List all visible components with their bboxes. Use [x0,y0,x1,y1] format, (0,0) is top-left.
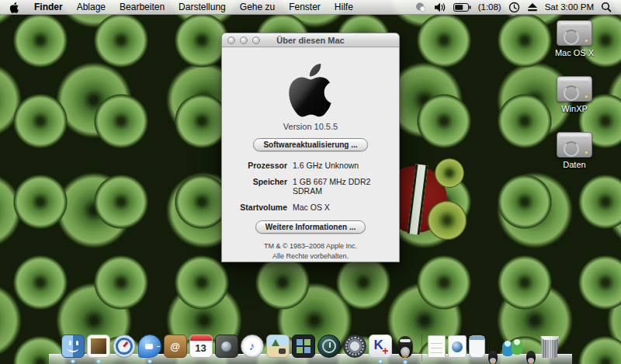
menu-clock[interactable]: Sat 3:00 PM [545,2,594,12]
copyright-line2: Alle Rechte vorbehalten. [264,251,357,262]
preview-dock-icon[interactable] [87,335,110,358]
spotlight-icon[interactable] [601,2,612,12]
drive-label: Daten [544,160,605,169]
processor-label: Prozessor [222,161,287,170]
running-indicator [96,359,101,363]
running-indicator [403,360,408,364]
anemone-bulb [419,192,475,248]
itunes-dock-icon[interactable]: ♪ [241,335,264,358]
finder-dock-icon[interactable] [61,335,85,358]
apple-menu[interactable] [0,0,27,14]
text-document-dock-icon[interactable] [428,335,446,358]
app-menus: FinderAblageBearbeitenDarstellungGehe zu… [27,0,360,14]
spaces-dock-icon[interactable] [292,335,315,358]
os-version-label: Version 10.5.5 [283,122,338,131]
utility-document-dock-icon[interactable] [448,335,467,358]
software-update-button[interactable]: Softwareaktualisierung ... [253,138,367,151]
startup-volume-row: Startvolume Mac OS X [222,203,399,212]
menu-status-area: (1:08) Sat 3:00 PM [415,2,621,13]
window-title: Über diesen Mac [276,36,344,45]
ical-dock-icon[interactable]: 13 [189,335,213,358]
mini-figure-1-dock-icon[interactable] [488,351,498,364]
processor-row: Prozessor 1.6 GHz Unknown [222,161,399,170]
dock-separator [422,335,422,361]
iphoto-dock-icon[interactable] [266,335,290,358]
drive-label: WinXP [544,104,605,113]
volume-icon[interactable] [434,2,446,12]
apple-icon [9,2,19,13]
buddies-dock-icon[interactable] [501,335,523,358]
hard-drive-icon [557,76,592,102]
drive-winxp[interactable]: WinXP [544,76,605,113]
ichat-dock-icon[interactable] [138,335,161,358]
zoom-button[interactable] [252,36,260,44]
menu-item-darstellung[interactable]: Darstellung [172,0,233,14]
memory-row: Speicher 1 GB 667 MHz DDR2 SDRAM [222,177,399,196]
window-titlebar[interactable]: Über diesen Mac [222,33,399,47]
drive-mac-os-x[interactable]: Mac OS X [544,20,605,57]
menu-item-bearbeiten[interactable]: Bearbeiten [113,0,172,14]
minimize-button[interactable] [240,36,248,44]
startup-volume-label: Startvolume [222,203,287,212]
copyright-text: TM & © 1983–2008 Apple Inc. Alle Rechte … [264,241,357,261]
safari-dock-icon[interactable] [113,335,136,358]
running-indicator [71,359,75,363]
memory-label: Speicher [222,177,287,196]
copyright-line1: TM & © 1983–2008 Apple Inc. [264,241,357,251]
eject-icon[interactable] [527,2,538,12]
hard-drive-icon [557,20,592,46]
battery-icon[interactable] [453,3,471,12]
menu-item-ablage[interactable]: Ablage [70,0,113,14]
processor-value: 1.6 GHz Unknown [293,161,399,170]
drive-label: Mac OS X [544,48,605,57]
menu-item-hilfe[interactable]: Hilfe [328,0,360,14]
photo-booth-dock-icon[interactable] [215,335,238,358]
more-info-button[interactable]: Weitere Informationen ... [255,220,366,234]
address-book-dock-icon[interactable]: @ [164,335,187,358]
minimized-window-dock-icon[interactable] [469,335,485,358]
trash-dock-icon[interactable] [539,336,560,358]
drive-daten[interactable]: Daten [544,132,605,169]
time-machine-menu-icon[interactable] [508,2,520,13]
battery-time-label: (1:08) [478,2,501,12]
running-indicator [147,359,152,363]
startup-volume-value: Mac OS X [293,203,399,212]
running-indicator [378,359,383,363]
menu-item-finder[interactable]: Finder [27,0,70,14]
system-info: Prozessor 1.6 GHz Unknown Speicher 1 GB … [222,161,399,212]
menu-item-fenster[interactable]: Fenster [282,0,328,14]
system-preferences-dock-icon[interactable] [343,335,366,358]
dock: @13♪K+ [0,331,621,364]
close-button[interactable] [227,36,235,44]
k-plus-app-dock-icon[interactable]: K+ [369,335,392,358]
apple-logo [286,60,335,117]
memory-value: 1 GB 667 MHz DDR2 SDRAM [293,177,399,196]
menu-bar: FinderAblageBearbeitenDarstellungGehe zu… [0,0,621,15]
desktop-wallpaper: FinderAblageBearbeitenDarstellungGehe zu… [0,0,621,364]
hard-drive-icon [557,132,592,158]
time-machine-dock-icon[interactable] [317,335,341,358]
menu-item-gehe-zu[interactable]: Gehe zu [233,0,282,14]
anemone-bulb [428,152,470,194]
user-status-icon[interactable] [415,2,427,12]
penguin-app-dock-icon[interactable] [397,336,413,358]
about-this-mac-window: Über diesen Mac Version 10.5.5 Softwarea… [221,33,400,262]
mini-figure-2-dock-icon[interactable] [526,351,536,364]
dock-icons: @13♪K+ [60,335,561,364]
